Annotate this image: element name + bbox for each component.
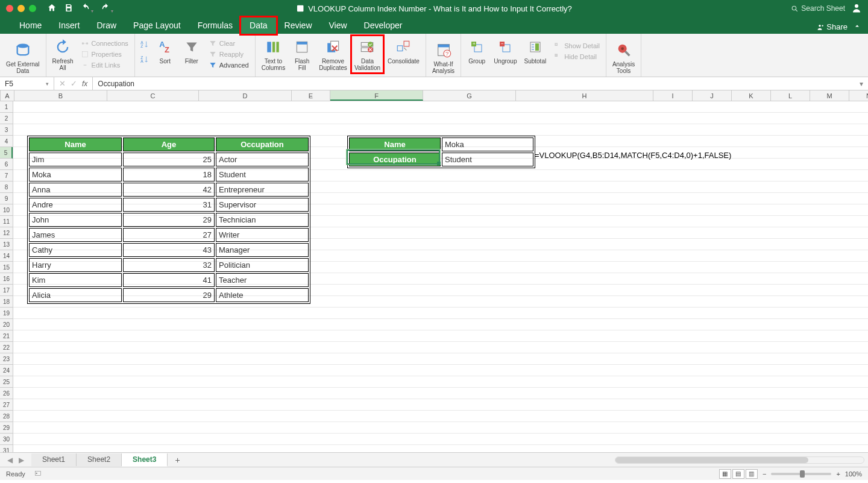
lookup-result[interactable]: Student bbox=[442, 153, 533, 166]
connections-button[interactable]: Connections bbox=[78, 39, 131, 48]
row-header-2[interactable]: 2 bbox=[0, 113, 13, 124]
row-header-6[interactable]: 6 bbox=[0, 159, 13, 170]
column-header-B[interactable]: B bbox=[14, 90, 107, 101]
table-cell[interactable]: Kim bbox=[29, 273, 122, 287]
row-header-30[interactable]: 30 bbox=[0, 434, 13, 445]
column-header-E[interactable]: E bbox=[292, 90, 330, 101]
collapse-ribbon-icon[interactable] bbox=[854, 22, 861, 31]
row-header-21[interactable]: 21 bbox=[0, 330, 13, 342]
table-cell[interactable]: 42 bbox=[123, 183, 215, 197]
share-button[interactable]: Share bbox=[816, 22, 848, 31]
consolidate-button[interactable]: Consolidate bbox=[385, 36, 422, 66]
cells-area[interactable]: Name Age Occupation Jim25ActorMoka18Stud… bbox=[13, 101, 868, 452]
row-header-10[interactable]: 10 bbox=[0, 204, 13, 216]
page-break-view-button[interactable]: ▥ bbox=[746, 469, 758, 479]
sheet-tab-sheet1[interactable]: Sheet1 bbox=[31, 453, 77, 466]
column-header-G[interactable]: G bbox=[423, 90, 516, 101]
data-validation-button[interactable]: DataValidation bbox=[352, 36, 383, 72]
column-header-D[interactable]: D bbox=[199, 90, 292, 101]
row-header-4[interactable]: 4 bbox=[0, 136, 13, 147]
page-layout-view-button[interactable]: ▤ bbox=[732, 469, 744, 479]
fx-icon[interactable]: fx bbox=[82, 80, 87, 88]
row-header-20[interactable]: 20 bbox=[0, 319, 13, 330]
row-header-24[interactable]: 24 bbox=[0, 365, 13, 376]
minimize-window[interactable] bbox=[17, 5, 25, 12]
table-cell[interactable]: Politician bbox=[216, 258, 309, 272]
zoom-out-button[interactable]: − bbox=[763, 470, 766, 478]
tab-page-layout[interactable]: Page Layout bbox=[125, 17, 189, 34]
column-header-I[interactable]: I bbox=[653, 90, 693, 101]
refresh-all-button[interactable]: RefreshAll bbox=[50, 36, 76, 72]
column-header-K[interactable]: K bbox=[732, 90, 771, 101]
table-cell[interactable]: John bbox=[29, 213, 122, 227]
hide-detail-button[interactable]: −Hide Detail bbox=[551, 52, 602, 62]
row-header-3[interactable]: 3 bbox=[0, 124, 13, 136]
table-cell[interactable]: Harry bbox=[29, 258, 122, 272]
close-window[interactable] bbox=[6, 5, 13, 12]
normal-view-button[interactable]: ▦ bbox=[719, 469, 731, 479]
row-header-28[interactable]: 28 bbox=[0, 411, 13, 422]
subtotal-button[interactable]: Subtotal bbox=[521, 36, 549, 66]
table-cell[interactable]: Entrepreneur bbox=[216, 183, 309, 197]
row-header-15[interactable]: 15 bbox=[0, 262, 13, 273]
table-cell[interactable]: 41 bbox=[123, 273, 215, 287]
row-header-5[interactable]: 5 bbox=[0, 147, 13, 159]
formula-input[interactable]: Occupation bbox=[93, 80, 855, 88]
zoom-level[interactable]: 100% bbox=[845, 470, 862, 478]
formula-display-cell[interactable]: =VLOOKUP(G4,B5:D14,MATCH(F5,C4:D4,0)+1,F… bbox=[535, 151, 731, 160]
table-cell[interactable]: Teacher bbox=[216, 273, 309, 287]
expand-formula-bar-icon[interactable]: ▾ bbox=[855, 80, 868, 88]
row-header-31[interactable]: 31 bbox=[0, 445, 13, 452]
analysis-tools-button[interactable]: AnalysisTools bbox=[610, 39, 637, 75]
macro-record-icon[interactable] bbox=[34, 469, 42, 479]
profile-icon[interactable] bbox=[851, 2, 862, 15]
zoom-in-button[interactable]: + bbox=[836, 470, 840, 478]
column-header-A[interactable]: A bbox=[1, 90, 14, 101]
home-icon[interactable] bbox=[47, 3, 57, 14]
tab-draw[interactable]: Draw bbox=[88, 17, 125, 34]
row-header-29[interactable]: 29 bbox=[0, 422, 13, 434]
undo-icon[interactable]: ▾ bbox=[81, 3, 93, 14]
column-header-L[interactable]: L bbox=[771, 90, 810, 101]
sheet-nav-prev-icon[interactable]: ◀ bbox=[5, 456, 15, 464]
row-header-9[interactable]: 9 bbox=[0, 193, 13, 204]
row-header-18[interactable]: 18 bbox=[0, 296, 13, 308]
table-cell[interactable]: 43 bbox=[123, 243, 215, 257]
table-cell[interactable]: Technician bbox=[216, 213, 309, 227]
lookup-value[interactable]: Moka bbox=[442, 137, 533, 151]
row-header-7[interactable]: 7 bbox=[0, 170, 13, 182]
table-cell[interactable]: Jim bbox=[29, 153, 122, 166]
reapply-button[interactable]: Reapply bbox=[206, 49, 251, 59]
group-button[interactable]: + Group bbox=[465, 36, 489, 66]
add-sheet-button[interactable]: + bbox=[168, 455, 187, 465]
row-header-22[interactable]: 22 bbox=[0, 342, 13, 353]
tab-view[interactable]: View bbox=[321, 17, 356, 34]
table-cell[interactable]: Writer bbox=[216, 228, 309, 242]
row-header-26[interactable]: 26 bbox=[0, 388, 13, 399]
maximize-window[interactable] bbox=[29, 5, 36, 12]
table-cell[interactable]: 25 bbox=[123, 153, 215, 166]
search-sheet[interactable]: Search Sheet bbox=[791, 4, 845, 13]
table-cell[interactable]: James bbox=[29, 228, 122, 242]
table-cell[interactable]: Anna bbox=[29, 183, 122, 197]
table-cell[interactable]: 32 bbox=[123, 258, 215, 272]
column-header-J[interactable]: J bbox=[693, 90, 732, 101]
text-to-columns-button[interactable]: Text toColumns bbox=[259, 36, 288, 72]
row-header-19[interactable]: 19 bbox=[0, 308, 13, 319]
accept-formula-icon[interactable]: ✓ bbox=[71, 79, 77, 88]
column-header-N[interactable]: N bbox=[849, 90, 868, 101]
table-cell[interactable]: Student bbox=[216, 168, 309, 182]
redo-icon[interactable]: ▾ bbox=[101, 3, 113, 14]
tab-insert[interactable]: Insert bbox=[50, 17, 88, 34]
table-cell[interactable]: Athlete bbox=[216, 288, 309, 302]
table-cell[interactable]: Manager bbox=[216, 243, 309, 257]
table-cell[interactable]: 29 bbox=[123, 213, 215, 227]
zoom-slider[interactable] bbox=[771, 473, 831, 475]
row-header-25[interactable]: 25 bbox=[0, 376, 13, 388]
flash-fill-button[interactable]: FlashFill bbox=[290, 36, 314, 72]
row-header-27[interactable]: 27 bbox=[0, 399, 13, 411]
tab-review[interactable]: Review bbox=[276, 17, 321, 34]
spreadsheet-grid[interactable]: ABCDEFGHIJKLMN 1234567891011121314151617… bbox=[0, 90, 868, 452]
whatif-analysis-button[interactable]: ? What-IfAnalysis bbox=[430, 39, 457, 75]
tab-developer[interactable]: Developer bbox=[356, 17, 411, 34]
